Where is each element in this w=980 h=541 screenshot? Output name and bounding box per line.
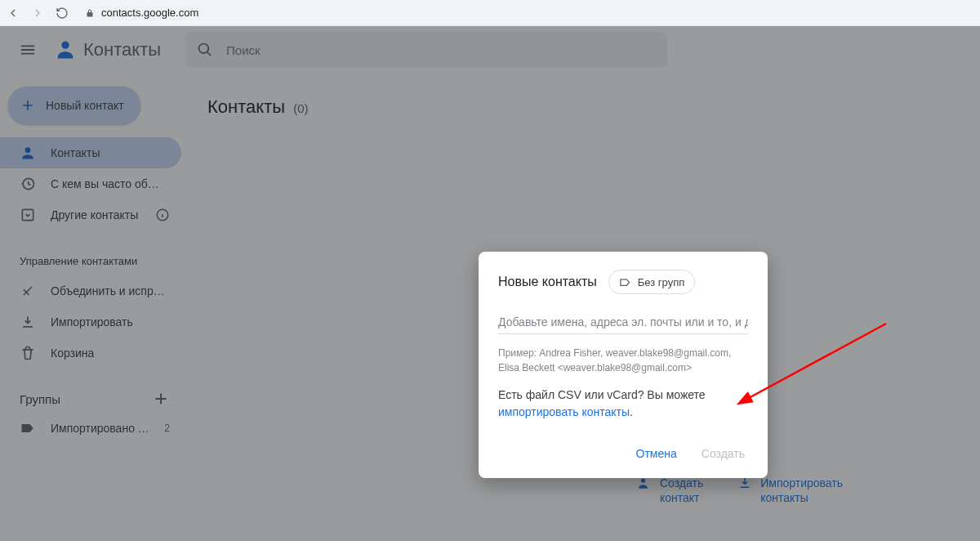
back-icon[interactable] <box>7 7 20 20</box>
browser-chrome: contacts.google.com <box>0 0 980 26</box>
import-hint: Есть файл CSV или vCard? Вы можете импор… <box>498 387 748 421</box>
browser-nav <box>7 7 69 20</box>
import-hint-text: Есть файл CSV или vCard? Вы можете <box>498 388 706 401</box>
chip-label: Без групп <box>638 276 684 288</box>
url-text: contacts.google.com <box>101 7 198 19</box>
cancel-button[interactable]: Отмена <box>633 442 680 465</box>
dialog-header: Новые контакты Без групп <box>498 270 748 294</box>
dialog-actions: Отмена Создать <box>498 442 748 465</box>
create-button[interactable]: Создать <box>698 442 748 465</box>
dialog-title: Новые контакты <box>498 275 597 289</box>
lock-icon <box>85 8 95 18</box>
forward-icon[interactable] <box>31 7 44 20</box>
new-contacts-dialog: Новые контакты Без групп Пример: Andrea … <box>479 252 768 478</box>
example-text: Пример: Andrea Fisher, weaver.blake98@gm… <box>498 346 748 375</box>
import-contacts-dialog-link[interactable]: импортировать контакты <box>498 405 630 418</box>
period: . <box>630 405 633 418</box>
label-outline-icon <box>619 276 631 288</box>
group-chip[interactable]: Без групп <box>608 270 695 294</box>
reload-icon[interactable] <box>56 7 69 20</box>
url-bar[interactable]: contacts.google.com <box>85 7 198 19</box>
contacts-input[interactable] <box>498 311 748 334</box>
